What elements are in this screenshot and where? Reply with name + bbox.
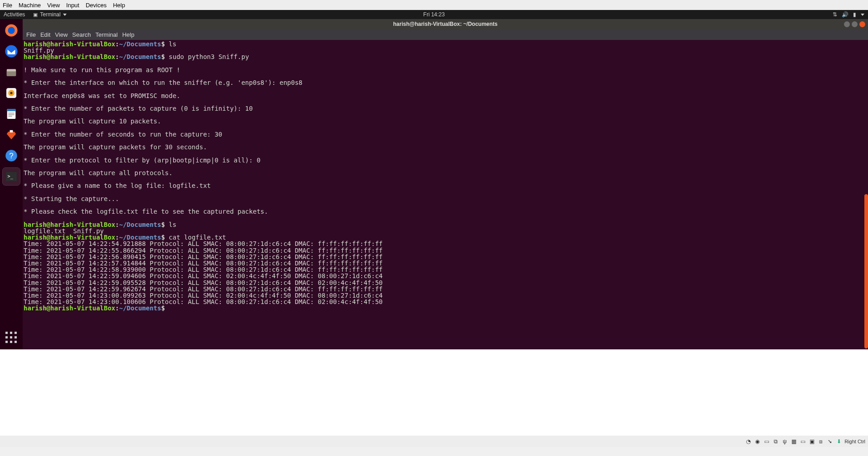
menu-help[interactable]: Help	[122, 31, 135, 38]
ubuntu-desktop: ? >_ harish@harish-VirtualBox: ~/Documen…	[0, 19, 868, 349]
svg-text:?: ?	[9, 152, 13, 160]
svg-point-2	[5, 45, 17, 57]
dock-rhythmbox[interactable]	[3, 84, 20, 102]
svg-point-1	[8, 27, 15, 34]
active-app-indicator[interactable]: ▣ Terminal	[30, 11, 69, 18]
svg-rect-12	[8, 116, 12, 117]
status-keyboard-icon[interactable]: ⬇	[835, 438, 843, 445]
status-optical-icon[interactable]: ◉	[754, 438, 761, 445]
chevron-down-icon	[63, 14, 67, 16]
virtualbox-status-bar: ◔ ◉ ▭ ⧉ ψ ▦ ▭ ▣ ⧈ ➘ ⬇ Right Ctrl	[0, 436, 868, 447]
maximize-button[interactable]	[852, 21, 858, 27]
minimize-button[interactable]	[844, 21, 850, 27]
chevron-down-icon	[861, 14, 864, 16]
prog-line: * Please check the logfile.txt file to s…	[24, 208, 268, 215]
status-display-icon[interactable]: ▭	[799, 438, 806, 445]
volume-icon[interactable]: 🔊	[842, 11, 849, 18]
prog-line: ! Make sure to run this program as ROOT …	[24, 66, 180, 74]
svg-rect-9	[7, 109, 16, 111]
svg-point-7	[10, 92, 12, 94]
scrollbar-thumb[interactable]	[864, 194, 868, 348]
prog-line: * Starting the capture...	[24, 195, 119, 202]
show-applications-button[interactable]	[4, 330, 19, 345]
host-key-label: Right Ctrl	[844, 439, 865, 444]
cmd-ls: ls	[169, 221, 176, 228]
vbox-menu-file[interactable]: File	[3, 2, 12, 9]
prog-line: The program will capture 10 packets.	[24, 118, 161, 125]
svg-text:>_: >_	[8, 174, 14, 179]
dock-software[interactable]	[3, 126, 20, 143]
prompt-path: ~/Documents	[119, 40, 161, 48]
status-audio-icon[interactable]: ▭	[763, 438, 770, 445]
status-recording-icon[interactable]: ▣	[808, 438, 815, 445]
prog-line: * Please give a name to the log file: lo…	[24, 182, 211, 189]
dock-terminal[interactable]: >_	[3, 168, 20, 185]
status-cpu-icon[interactable]: ⧈	[817, 438, 824, 445]
vbox-menu-help[interactable]: Help	[113, 2, 125, 9]
dock-help[interactable]: ?	[3, 147, 20, 164]
menu-search[interactable]: Search	[72, 31, 91, 38]
close-button[interactable]	[859, 21, 865, 27]
menu-view[interactable]: View	[55, 31, 68, 38]
virtualbox-menu-bar: File Machine View Input Devices Help	[0, 0, 868, 10]
vbox-menu-input[interactable]: Input	[66, 2, 79, 9]
terminal-icon: ▣	[33, 12, 38, 18]
vbox-menu-view[interactable]: View	[47, 2, 60, 9]
prog-line: The program will capture all protocols.	[24, 169, 173, 177]
window-titlebar[interactable]: harish@harish-VirtualBox: ~/Documents	[23, 19, 868, 29]
status-hdd-icon[interactable]: ◔	[745, 438, 752, 445]
dock: ? >_	[0, 19, 23, 349]
svg-rect-11	[8, 114, 15, 115]
cmd-run: sudo python3 Sniff.py	[169, 53, 249, 60]
prog-line: * Enter the number of seconds to run the…	[24, 131, 222, 138]
dock-writer[interactable]	[3, 105, 20, 123]
activities-button[interactable]: Activities	[4, 11, 25, 18]
system-tray[interactable]: ⇅ 🔊 ▮	[833, 11, 864, 18]
svg-rect-4	[7, 71, 16, 76]
prog-line: Interface enp0s8 was set to PROMISC mode…	[24, 92, 180, 99]
dock-firefox[interactable]	[3, 22, 20, 39]
dock-thunderbird[interactable]	[3, 43, 20, 60]
status-network-icon[interactable]: ⧉	[772, 438, 779, 445]
terminal-output[interactable]: harish@harish-VirtualBox:~/Documents$ ls…	[23, 40, 868, 349]
menu-terminal[interactable]: Terminal	[96, 31, 118, 38]
status-mouse-icon[interactable]: ➘	[826, 438, 834, 445]
clock[interactable]: Fri 14:23	[423, 11, 445, 18]
gnome-top-bar: Activities ▣ Terminal Fri 14:23 ⇅ 🔊 ▮	[0, 10, 868, 19]
status-usb-icon[interactable]: ψ	[781, 438, 788, 445]
prog-line: * Enter the number of packets to capture…	[24, 105, 253, 112]
svg-rect-13	[10, 130, 13, 132]
host-background	[0, 349, 868, 436]
terminal-menubar: File Edit View Search Terminal Help	[23, 29, 868, 40]
menu-edit[interactable]: Edit	[40, 31, 50, 38]
prog-line: * Enter the protocol to filter by (arp|b…	[24, 157, 261, 164]
vbox-menu-devices[interactable]: Devices	[86, 2, 107, 9]
vbox-menu-machine[interactable]: Machine	[19, 2, 41, 9]
battery-icon[interactable]: ▮	[853, 11, 856, 18]
prog-line: The program will capture packets for 30 …	[24, 143, 207, 151]
svg-rect-10	[8, 113, 15, 113]
cmd-ls: ls	[169, 40, 176, 48]
prog-line: * Enter the interface on which to run th…	[24, 79, 302, 86]
menu-file[interactable]: File	[26, 31, 36, 38]
terminal-window: harish@harish-VirtualBox: ~/Documents Fi…	[23, 19, 868, 349]
active-app-label: Terminal	[40, 11, 60, 18]
status-shared-icon[interactable]: ▦	[790, 438, 797, 445]
dock-files[interactable]	[3, 64, 20, 81]
window-title: harish@harish-VirtualBox: ~/Documents	[393, 21, 498, 27]
network-icon[interactable]: ⇅	[833, 11, 837, 18]
